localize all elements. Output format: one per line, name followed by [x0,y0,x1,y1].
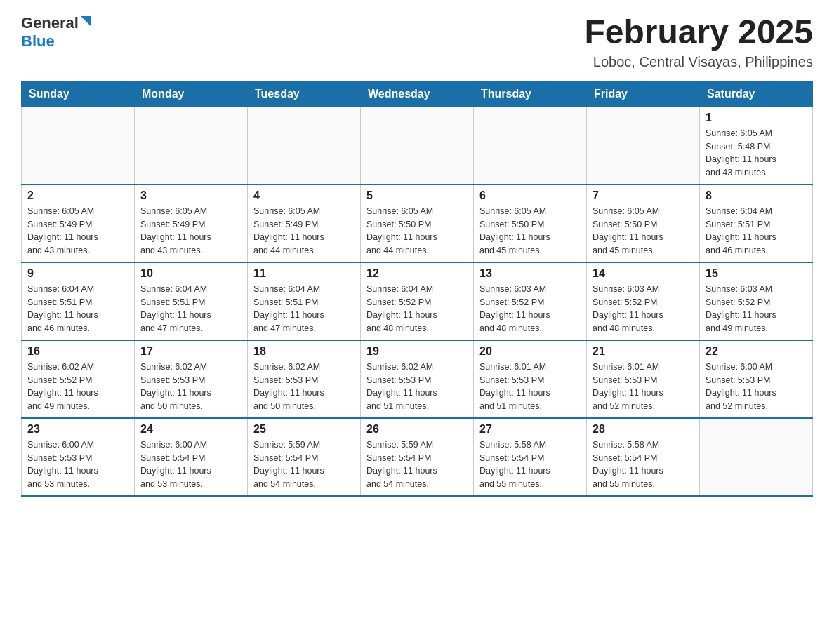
day-number: 25 [253,423,355,436]
day-info: Sunrise: 5:59 AMSunset: 5:54 PMDaylight:… [366,438,468,491]
calendar-header: SundayMondayTuesdayWednesdayThursdayFrid… [22,81,813,107]
calendar-cell: 18Sunrise: 6:02 AMSunset: 5:53 PMDayligh… [248,340,361,418]
calendar-cell: 7Sunrise: 6:05 AMSunset: 5:50 PMDaylight… [587,185,700,262]
day-number: 14 [593,267,694,280]
location-title: Loboc, Central Visayas, Philippines [584,54,813,70]
day-number: 1 [706,112,807,124]
calendar-cell [22,107,135,185]
day-info: Sunrise: 6:04 AMSunset: 5:52 PMDaylight:… [366,283,468,335]
title-block: February 2025 Loboc, Central Visayas, Ph… [584,14,813,70]
weekday-header-monday: Monday [135,81,248,107]
day-number: 20 [479,345,581,358]
calendar-cell: 19Sunrise: 6:02 AMSunset: 5:53 PMDayligh… [361,340,474,418]
calendar-cell: 20Sunrise: 6:01 AMSunset: 5:53 PMDayligh… [474,340,587,418]
weekday-header-tuesday: Tuesday [248,81,361,107]
calendar-cell: 27Sunrise: 5:58 AMSunset: 5:54 PMDayligh… [474,418,587,496]
calendar-week-row: 16Sunrise: 6:02 AMSunset: 5:52 PMDayligh… [22,340,813,418]
day-number: 17 [140,345,241,358]
calendar-cell [135,107,248,185]
calendar-cell: 5Sunrise: 6:05 AMSunset: 5:50 PMDaylight… [361,185,474,262]
day-number: 13 [479,267,581,280]
weekday-header-wednesday: Wednesday [361,81,474,107]
calendar-cell [474,107,587,185]
day-number: 3 [140,189,241,202]
calendar-cell: 4Sunrise: 6:05 AMSunset: 5:49 PMDaylight… [248,185,361,262]
calendar-cell: 28Sunrise: 5:58 AMSunset: 5:54 PMDayligh… [587,418,700,496]
calendar-cell: 1Sunrise: 6:05 AMSunset: 5:48 PMDaylight… [700,107,813,185]
calendar-cell: 15Sunrise: 6:03 AMSunset: 5:52 PMDayligh… [700,262,813,340]
day-number: 11 [253,267,355,280]
logo: General Blue [21,14,91,51]
day-info: Sunrise: 6:04 AMSunset: 5:51 PMDaylight:… [706,205,807,257]
day-number: 23 [27,423,128,436]
calendar-body: 1Sunrise: 6:05 AMSunset: 5:48 PMDaylight… [22,107,813,496]
day-info: Sunrise: 6:04 AMSunset: 5:51 PMDaylight:… [27,283,128,335]
day-info: Sunrise: 6:05 AMSunset: 5:48 PMDaylight:… [706,127,807,180]
day-number: 4 [253,189,355,202]
day-number: 18 [253,345,355,358]
calendar-cell [361,107,474,185]
weekday-header-saturday: Saturday [700,81,813,107]
day-number: 19 [366,345,468,358]
day-info: Sunrise: 6:02 AMSunset: 5:53 PMDaylight:… [140,361,241,413]
day-info: Sunrise: 6:00 AMSunset: 5:54 PMDaylight:… [140,438,241,491]
day-info: Sunrise: 6:02 AMSunset: 5:52 PMDaylight:… [27,361,128,413]
logo-blue-text: Blue [21,32,55,51]
day-info: Sunrise: 6:05 AMSunset: 5:50 PMDaylight:… [366,205,468,257]
calendar-cell: 25Sunrise: 5:59 AMSunset: 5:54 PMDayligh… [248,418,361,496]
calendar-cell: 22Sunrise: 6:00 AMSunset: 5:53 PMDayligh… [700,340,813,418]
day-number: 21 [593,345,694,358]
calendar-table: SundayMondayTuesdayWednesdayThursdayFrid… [21,81,813,497]
day-info: Sunrise: 6:01 AMSunset: 5:53 PMDaylight:… [479,361,581,413]
day-info: Sunrise: 6:04 AMSunset: 5:51 PMDaylight:… [253,283,355,335]
day-info: Sunrise: 6:05 AMSunset: 5:49 PMDaylight:… [140,205,241,257]
calendar-cell: 21Sunrise: 6:01 AMSunset: 5:53 PMDayligh… [587,340,700,418]
day-info: Sunrise: 6:05 AMSunset: 5:50 PMDaylight:… [593,205,694,257]
day-info: Sunrise: 5:59 AMSunset: 5:54 PMDaylight:… [253,438,355,491]
day-info: Sunrise: 6:05 AMSunset: 5:49 PMDaylight:… [27,205,128,257]
calendar-cell [700,418,813,496]
day-info: Sunrise: 6:03 AMSunset: 5:52 PMDaylight:… [479,283,581,335]
month-title: February 2025 [584,14,813,51]
day-info: Sunrise: 6:00 AMSunset: 5:53 PMDaylight:… [706,361,807,413]
day-number: 12 [366,267,468,280]
day-info: Sunrise: 6:05 AMSunset: 5:49 PMDaylight:… [253,205,355,257]
day-info: Sunrise: 6:00 AMSunset: 5:53 PMDaylight:… [27,438,128,491]
day-number: 27 [479,423,581,436]
calendar-week-row: 23Sunrise: 6:00 AMSunset: 5:53 PMDayligh… [22,418,813,496]
day-number: 22 [706,345,807,358]
day-info: Sunrise: 6:02 AMSunset: 5:53 PMDaylight:… [366,361,468,413]
calendar-cell: 17Sunrise: 6:02 AMSunset: 5:53 PMDayligh… [135,340,248,418]
day-number: 6 [479,189,581,202]
calendar-cell: 6Sunrise: 6:05 AMSunset: 5:50 PMDaylight… [474,185,587,262]
day-info: Sunrise: 5:58 AMSunset: 5:54 PMDaylight:… [593,438,694,491]
weekday-header-thursday: Thursday [474,81,587,107]
calendar-cell: 24Sunrise: 6:00 AMSunset: 5:54 PMDayligh… [135,418,248,496]
day-number: 8 [706,189,807,202]
day-info: Sunrise: 5:58 AMSunset: 5:54 PMDaylight:… [479,438,581,491]
day-number: 10 [140,267,241,280]
calendar-cell: 23Sunrise: 6:00 AMSunset: 5:53 PMDayligh… [22,418,135,496]
day-info: Sunrise: 6:05 AMSunset: 5:50 PMDaylight:… [479,205,581,257]
calendar-cell [587,107,700,185]
day-info: Sunrise: 6:01 AMSunset: 5:53 PMDaylight:… [593,361,694,413]
logo-triangle-icon [81,16,91,26]
calendar-cell: 10Sunrise: 6:04 AMSunset: 5:51 PMDayligh… [135,262,248,340]
page-header: General Blue February 2025 Loboc, Centra… [21,14,813,70]
weekday-header-friday: Friday [587,81,700,107]
day-number: 24 [140,423,241,436]
calendar-cell: 8Sunrise: 6:04 AMSunset: 5:51 PMDaylight… [700,185,813,262]
calendar-cell: 2Sunrise: 6:05 AMSunset: 5:49 PMDaylight… [22,185,135,262]
calendar-week-row: 1Sunrise: 6:05 AMSunset: 5:48 PMDaylight… [22,107,813,185]
day-number: 28 [593,423,694,436]
calendar-cell: 14Sunrise: 6:03 AMSunset: 5:52 PMDayligh… [587,262,700,340]
day-number: 15 [706,267,807,280]
day-info: Sunrise: 6:02 AMSunset: 5:53 PMDaylight:… [253,361,355,413]
day-number: 5 [366,189,468,202]
calendar-cell: 26Sunrise: 5:59 AMSunset: 5:54 PMDayligh… [361,418,474,496]
logo-general-text: General [21,14,79,32]
day-number: 9 [27,267,128,280]
calendar-cell: 13Sunrise: 6:03 AMSunset: 5:52 PMDayligh… [474,262,587,340]
calendar-cell [248,107,361,185]
weekday-header-sunday: Sunday [22,81,135,107]
